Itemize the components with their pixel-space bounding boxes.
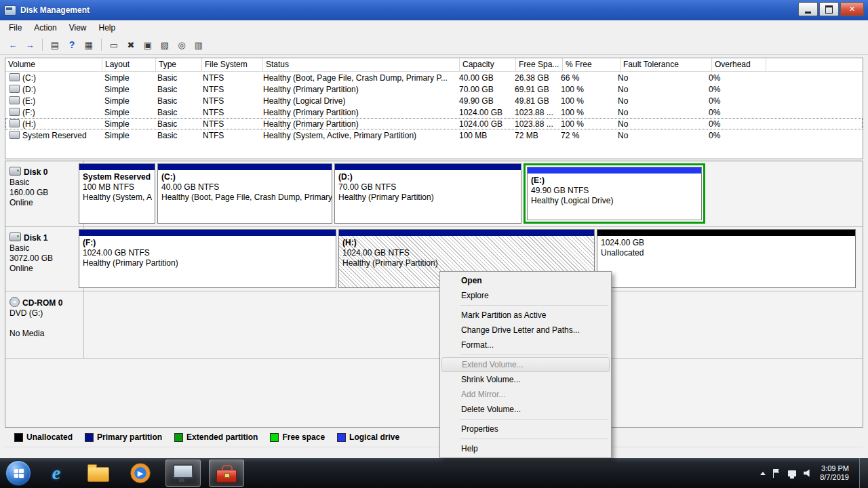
toolbar-help-button[interactable]: ? <box>64 37 79 52</box>
show-hidden-icons-button[interactable] <box>760 472 766 475</box>
start-button[interactable] <box>5 460 31 486</box>
toolbar-rescan-disks-button[interactable]: ▥ <box>191 37 206 52</box>
disk-management-window: Disk Management ✕ FileActionViewHelp ←→▤… <box>0 0 868 459</box>
volume-row-f[interactable]: (F:)SimpleBasicNTFSHealthy (Primary Part… <box>5 106 863 118</box>
disk-info-line: Online <box>9 264 81 274</box>
system-tray: 3:09 PM 8/7/2019 <box>760 458 868 488</box>
legend-label: Logical drive <box>349 432 399 442</box>
legend: UnallocatedPrimary partitionExtended par… <box>5 429 863 445</box>
graphical-view: Disk 0Basic160.00 GBOnlineSystem Reserve… <box>5 161 863 428</box>
maximize-button[interactable] <box>819 2 839 16</box>
menu-item-view[interactable]: View <box>63 21 93 35</box>
menu-bar: FileActionViewHelp <box>0 20 868 35</box>
volume-name: (H:) <box>22 119 36 129</box>
column-header-fault-tolerance[interactable]: Fault Tolerance <box>620 58 712 71</box>
toolbar-delete-button[interactable]: ✖ <box>123 37 138 52</box>
toolbar-back-button[interactable]: ← <box>5 37 20 52</box>
partition-size: 100 MB NTFS <box>83 182 151 192</box>
drive-icon <box>9 119 20 127</box>
column-header-volume[interactable]: Volume <box>5 58 102 71</box>
partition-d[interactable]: (D:)70.00 GB NTFSHealthy (Primary Partit… <box>334 163 521 224</box>
disk-name: Disk 1 <box>9 232 81 243</box>
column-header-free-spa[interactable]: Free Spa... <box>516 58 563 71</box>
partition-1024-00-gb[interactable]: 1024.00 GBUnallocated <box>597 229 856 288</box>
toolbar-open-button[interactable]: ▧ <box>157 37 172 52</box>
disk-label-disk-1[interactable]: Disk 1Basic3072.00 GBOnline <box>5 227 84 291</box>
column-header-status[interactable]: Status <box>263 58 460 71</box>
screen: Disk Management ✕ FileActionViewHelp ←→▤… <box>0 0 868 488</box>
volume-row-c[interactable]: (C:)SimpleBasicNTFSHealthy (Boot, Page F… <box>5 72 863 83</box>
context-menu-item-open[interactable]: Open <box>440 273 611 288</box>
window-icon[interactable] <box>4 5 16 16</box>
context-menu-item-delete-volume[interactable]: Delete Volume... <box>440 402 611 417</box>
monitor-icon <box>173 464 193 479</box>
minimize-button[interactable] <box>798 2 818 16</box>
column-header-type[interactable]: Type <box>156 58 202 71</box>
partition-label: (H:) <box>342 238 591 248</box>
context-menu-item-help[interactable]: Help <box>440 441 611 456</box>
partition-f[interactable]: (F:)1024.00 GB NTFSHealthy (Primary Part… <box>79 229 336 288</box>
partition-c[interactable]: (C:)40.00 GB NTFSHealthy (Boot, Page Fil… <box>157 163 332 224</box>
volume-cell: Simple <box>102 85 155 94</box>
extended-partition[interactable]: (E:)49.90 GB NTFSHealthy (Logical Drive) <box>524 163 705 224</box>
toolbar-forward-button[interactable]: → <box>22 37 37 52</box>
volume-row-d[interactable]: (D:)SimpleBasicNTFSHealthy (Primary Part… <box>5 83 863 95</box>
context-menu-item-shrink-volume[interactable]: Shrink Volume... <box>440 372 611 387</box>
partitions: System Reserved100 MB NTFSHealthy (Syste… <box>79 163 861 224</box>
legend-label: Unallocated <box>26 432 73 442</box>
taskbar-internet-explorer-button[interactable]: e <box>39 460 73 486</box>
show-desktop-button[interactable] <box>859 458 868 488</box>
volume-row-h[interactable]: (H:)SimpleBasicNTFSHealthy (Primary Part… <box>5 118 863 129</box>
volume-row-system-reserved[interactable]: System ReservedSimpleBasicNTFSHealthy (S… <box>5 129 863 141</box>
partition-e[interactable]: (E:)49.90 GB NTFSHealthy (Logical Drive) <box>527 167 702 220</box>
close-button[interactable]: ✕ <box>840 2 864 16</box>
title-bar[interactable]: Disk Management ✕ <box>0 0 868 20</box>
taskbar-clock[interactable]: 3:09 PM 8/7/2019 <box>820 464 852 482</box>
volume-row-e[interactable]: (E:)SimpleBasicNTFSHealthy (Logical Driv… <box>5 95 863 106</box>
taskbar-explorer-button[interactable] <box>81 460 115 486</box>
partition-color-stripe <box>158 164 332 170</box>
taskbar-disk-management-button[interactable] <box>209 460 244 487</box>
taskbar-display-tool-button[interactable] <box>165 460 201 487</box>
volume-icon[interactable] <box>804 469 812 477</box>
context-menu-item-change-drive-letter-and-paths[interactable]: Change Drive Letter and Paths... <box>440 323 611 338</box>
menu-item-action[interactable]: Action <box>28 21 62 35</box>
volume-cell: 1023.88 ... <box>512 119 558 129</box>
network-icon[interactable] <box>788 470 796 476</box>
disk-info-line: 3072.00 GB <box>9 253 81 264</box>
volume-cell: NTFS <box>200 108 260 117</box>
partition-size: 1024.00 GB NTFS <box>342 248 591 258</box>
volume-cell: Healthy (System, Active, Primary Partiti… <box>260 131 456 140</box>
context-menu-item-mark-partition-as-active[interactable]: Mark Partition as Active <box>440 308 611 323</box>
column-header-capacity[interactable]: Capacity <box>460 58 516 71</box>
menu-separator <box>460 354 608 355</box>
action-center-icon[interactable] <box>773 469 781 478</box>
partition-label: (F:) <box>83 238 332 248</box>
volume-name-cell: (E:) <box>5 96 102 106</box>
column-header-overhead[interactable]: Overhead <box>712 58 766 71</box>
disk-label-disk-0[interactable]: Disk 0Basic160.00 GBOnline <box>5 161 84 226</box>
taskbar-media-player-button[interactable]: ▶ <box>123 460 157 486</box>
volume-cell: NTFS <box>200 96 260 106</box>
partition-color-stripe <box>335 164 521 170</box>
toolbar-show-console-tree-button[interactable]: ▤ <box>47 37 62 52</box>
disk-label-cd-rom-0[interactable]: CD-ROM 0DVD (G:)No Media <box>5 291 84 358</box>
volume-cell: Simple <box>102 108 155 117</box>
toolbar-refresh-button[interactable]: ▭ <box>106 37 121 52</box>
column-header-layout[interactable]: Layout <box>102 58 156 71</box>
volume-cell: Simple <box>102 96 155 106</box>
partition-system-reserved[interactable]: System Reserved100 MB NTFSHealthy (Syste… <box>79 163 155 224</box>
menu-item-file[interactable]: File <box>3 21 28 35</box>
toolbar-export-list-button[interactable]: ▦ <box>81 37 96 52</box>
column-header-free[interactable]: % Free <box>563 58 620 71</box>
close-icon: ✕ <box>849 5 855 14</box>
menu-item-help[interactable]: Help <box>93 21 122 35</box>
column-header-file-system[interactable]: File System <box>202 58 263 71</box>
context-menu-item-explore[interactable]: Explore <box>440 288 611 303</box>
volume-cell: Healthy (Boot, Page File, Crash Dump, Pr… <box>260 73 456 83</box>
context-menu-item-format[interactable]: Format... <box>440 338 611 352</box>
toolbar-find-button[interactable]: ◎ <box>174 37 189 52</box>
toolbar-properties-button[interactable]: ▣ <box>140 37 155 52</box>
context-menu-item-properties[interactable]: Properties <box>440 422 611 436</box>
volume-cell: Basic <box>155 73 200 83</box>
